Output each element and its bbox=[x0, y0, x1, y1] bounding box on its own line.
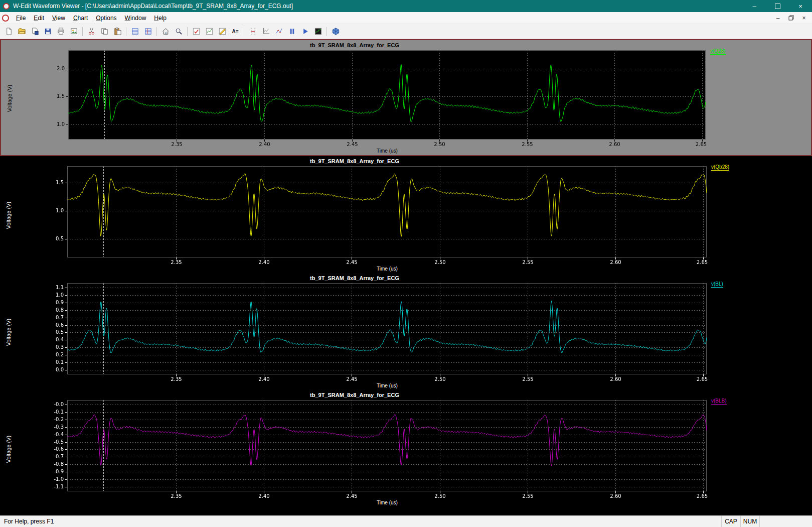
open-icon bbox=[18, 27, 26, 36]
chart-panel-qb28[interactable]: tb_9T_SRAM_8x8_Array_for_ECG Voltage (V)… bbox=[0, 156, 812, 273]
menu-bar: File Edit View Chart Options Window Help… bbox=[0, 12, 812, 24]
legend-gutter: v(BLB) bbox=[709, 390, 812, 507]
chart-panel-blb[interactable]: tb_9T_SRAM_8x8_Array_for_ECG Voltage (V)… bbox=[0, 390, 812, 507]
y-axis-label: Voltage (V) bbox=[0, 399, 17, 499]
trace-legend[interactable]: v(Qb28) bbox=[711, 164, 729, 171]
chart-check-button[interactable] bbox=[190, 25, 203, 38]
copy-icon bbox=[100, 27, 109, 36]
close-icon: × bbox=[798, 3, 802, 10]
trace-legend[interactable]: v(Q28) bbox=[710, 48, 726, 55]
menu-options[interactable]: Options bbox=[92, 13, 120, 23]
cursors-button[interactable] bbox=[246, 25, 259, 38]
y-axis-label: Voltage (V) bbox=[1, 49, 18, 148]
copy-image-icon bbox=[70, 27, 78, 36]
toolbar-separator bbox=[187, 27, 188, 36]
x-axis-label: Time (us) bbox=[0, 266, 709, 273]
toolbar-separator bbox=[82, 27, 83, 36]
chart-panel-q28[interactable]: tb_9T_SRAM_8x8_Array_for_ECG Voltage (V)… bbox=[0, 39, 812, 156]
toolbar-separator bbox=[244, 27, 244, 36]
axes-button[interactable] bbox=[259, 25, 272, 38]
trace-points-icon bbox=[275, 27, 283, 36]
menu-chart[interactable]: Chart bbox=[69, 13, 92, 23]
minimize-button[interactable]: – bbox=[743, 0, 766, 12]
waveform-plot[interactable] bbox=[17, 165, 709, 266]
paste-icon bbox=[113, 27, 122, 36]
status-bar: For Help, press F1 CAP NUM bbox=[0, 515, 812, 527]
run-button[interactable] bbox=[298, 25, 311, 38]
maximize-button[interactable] bbox=[766, 0, 789, 12]
menu-help[interactable]: Help bbox=[150, 13, 171, 23]
save-button[interactable] bbox=[41, 25, 54, 38]
mdi-restore-icon bbox=[788, 15, 794, 21]
chart-edit-button[interactable] bbox=[216, 25, 229, 38]
table-icon bbox=[131, 27, 139, 36]
menu-file[interactable]: File bbox=[12, 13, 30, 23]
pause-icon bbox=[288, 27, 296, 36]
table-button[interactable] bbox=[128, 25, 141, 38]
zoom-button[interactable] bbox=[172, 25, 185, 38]
application-window: W-Edit Waveform Viewer - [C:\Users\admin… bbox=[0, 0, 812, 527]
close-button[interactable]: × bbox=[789, 0, 812, 12]
mdi-minimize-button[interactable]: – bbox=[773, 14, 783, 22]
chart-new-button[interactable] bbox=[203, 25, 216, 38]
new-button[interactable] bbox=[2, 25, 15, 38]
open-button[interactable] bbox=[15, 25, 28, 38]
num-lock-indicator: NUM bbox=[740, 516, 759, 527]
chart-title: tb_9T_SRAM_8x8_Array_for_ECG bbox=[1, 41, 708, 49]
mdi-close-button[interactable]: × bbox=[799, 14, 809, 22]
caps-lock-indicator: CAP bbox=[721, 516, 740, 527]
pause-button[interactable] bbox=[285, 25, 298, 38]
home-icon bbox=[161, 27, 170, 36]
print-button[interactable] bbox=[54, 25, 67, 38]
view-3d-button[interactable] bbox=[329, 25, 342, 38]
legend-gutter: v(Qb28) bbox=[709, 156, 812, 273]
chart-title: tb_9T_SRAM_8x8_Array_for_ECG bbox=[0, 274, 709, 282]
maximize-icon bbox=[775, 4, 780, 9]
waveform-plot[interactable] bbox=[18, 49, 708, 148]
save-as-button[interactable] bbox=[28, 25, 41, 38]
menu-window[interactable]: Window bbox=[121, 13, 150, 23]
chart-grid-button[interactable] bbox=[311, 25, 324, 38]
view-3d-icon bbox=[332, 27, 340, 36]
toolbar-separator bbox=[126, 27, 126, 36]
x-axis-label: Time (us) bbox=[0, 382, 709, 390]
menu-view[interactable]: View bbox=[48, 13, 69, 23]
trace-points-button[interactable] bbox=[272, 25, 285, 38]
legend-gutter: v(Q28) bbox=[708, 40, 811, 155]
cursors-icon bbox=[249, 27, 257, 36]
chart-grid-icon bbox=[314, 27, 322, 36]
cut-button[interactable] bbox=[85, 25, 98, 38]
app-logo-icon bbox=[3, 3, 10, 10]
mdi-close-icon: × bbox=[802, 15, 805, 22]
chart-new-icon bbox=[205, 27, 214, 36]
paste-button[interactable] bbox=[111, 25, 124, 38]
chart-area: tb_9T_SRAM_8x8_Array_for_ECG Voltage (V)… bbox=[0, 39, 812, 515]
y-axis-label: Voltage (V) bbox=[0, 165, 17, 266]
mdi-restore-button[interactable] bbox=[786, 14, 796, 22]
home-button[interactable] bbox=[159, 25, 172, 38]
mdi-minimize-icon: – bbox=[776, 15, 780, 22]
text-format-icon: A= bbox=[232, 29, 238, 34]
copy-button[interactable] bbox=[98, 25, 111, 38]
menu-edit[interactable]: Edit bbox=[30, 13, 48, 23]
trace-legend[interactable]: v(BLB) bbox=[711, 398, 727, 405]
toolbar-separator bbox=[327, 27, 327, 36]
table-export-button[interactable] bbox=[141, 25, 154, 38]
chart-check-icon bbox=[192, 27, 201, 36]
minimize-icon: – bbox=[752, 3, 756, 10]
status-spacer bbox=[759, 516, 812, 527]
chart-panel-bl[interactable]: tb_9T_SRAM_8x8_Array_for_ECG Voltage (V)… bbox=[0, 273, 812, 390]
run-icon bbox=[301, 27, 309, 36]
new-icon bbox=[5, 27, 13, 36]
trace-legend[interactable]: v(BL) bbox=[711, 281, 723, 288]
waveform-plot[interactable] bbox=[17, 282, 709, 382]
table-export-icon bbox=[144, 27, 152, 36]
print-icon bbox=[57, 27, 65, 36]
window-title: W-Edit Waveform Viewer - [C:\Users\admin… bbox=[13, 3, 293, 10]
text-format-button[interactable]: A= bbox=[229, 25, 242, 38]
save-icon bbox=[44, 27, 52, 36]
copy-image-button[interactable] bbox=[67, 25, 80, 38]
cut-icon bbox=[87, 27, 96, 36]
chart-title: tb_9T_SRAM_8x8_Array_for_ECG bbox=[0, 391, 709, 399]
waveform-plot[interactable] bbox=[17, 399, 709, 499]
